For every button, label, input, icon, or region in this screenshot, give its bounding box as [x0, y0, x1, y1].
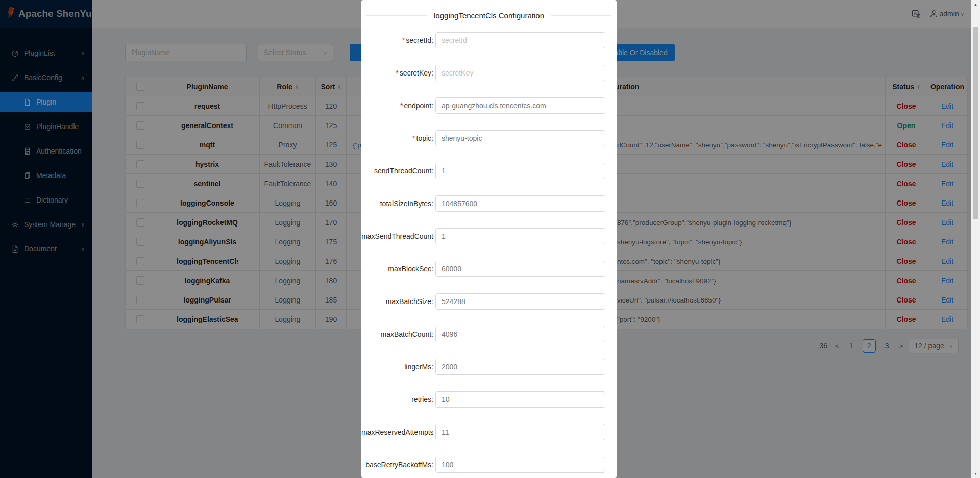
field-label: *sendThreadCount: [361, 167, 433, 175]
field-label: *maxReservedAttempts [361, 428, 433, 436]
field-label: *baseRetryBackoffMs: [361, 461, 433, 469]
form-row: *maxReservedAttempts [361, 424, 617, 440]
field-input[interactable] [435, 228, 605, 244]
field-label: *retries: [361, 395, 433, 404]
field-input[interactable] [435, 293, 605, 310]
divider-line [366, 15, 427, 16]
form-row: *retries: [361, 391, 617, 408]
field-input[interactable] [435, 457, 605, 473]
divider-line [551, 15, 611, 16]
form-row: *secretKey: [361, 65, 617, 81]
field-input[interactable] [435, 32, 605, 48]
app: Apache ShenYu PluginList ∨ BasicConfig [0, 0, 980, 478]
field-label: *topic: [361, 134, 433, 142]
form-row: *maxSendThreadCount [361, 228, 617, 244]
form-row: *secretId: [361, 32, 617, 48]
form-row: *maxBlockSec: [361, 261, 617, 277]
form-row: *totalSizeInBytes: [361, 195, 617, 212]
field-label: *lingerMs: [361, 363, 433, 371]
required-asterisk: * [396, 69, 398, 77]
form-row: *topic: [361, 130, 617, 146]
field-input[interactable] [435, 326, 605, 342]
scrollbar-thumb[interactable] [973, 27, 978, 219]
field-label: *secretKey: [361, 69, 433, 77]
form-row: *sendThreadCount: [361, 163, 617, 179]
modal-title-divider: loggingTencentCls Configuration [361, 0, 617, 20]
form-row: *endpoint: [361, 97, 617, 114]
required-asterisk: * [400, 102, 403, 110]
required-asterisk: * [412, 134, 415, 142]
form-row: *maxBatchSize: [361, 293, 617, 310]
config-form: *secretId: *secretKey: *endpoint: *topic… [361, 32, 617, 473]
field-input[interactable] [435, 65, 605, 81]
field-input[interactable] [435, 130, 605, 146]
field-label: *endpoint: [361, 102, 433, 110]
field-input[interactable] [435, 391, 605, 408]
field-input[interactable] [435, 359, 605, 375]
field-input[interactable] [435, 163, 605, 179]
field-label: *maxSendThreadCount [361, 232, 433, 240]
scroll-down-icon[interactable]: ▼ [971, 472, 980, 475]
plugin-config-modal: loggingTencentCls Configuration *secretI… [361, 0, 617, 478]
form-row: *baseRetryBackoffMs: [361, 457, 617, 473]
scroll-up-icon[interactable]: ▲ [971, 3, 980, 6]
required-asterisk: * [402, 36, 405, 44]
field-input[interactable] [435, 424, 605, 440]
field-input[interactable] [435, 261, 605, 277]
field-input[interactable] [435, 97, 605, 114]
field-label: *maxBatchCount: [361, 330, 433, 338]
modal-title: loggingTencentCls Configuration [434, 11, 544, 20]
page-scrollbar[interactable]: ▲ ▼ [971, 0, 980, 478]
form-row: *lingerMs: [361, 359, 617, 375]
field-label: *totalSizeInBytes: [361, 199, 433, 208]
form-row: *maxBatchCount: [361, 326, 617, 342]
field-input[interactable] [435, 195, 605, 212]
field-label: *maxBatchSize: [361, 297, 433, 306]
field-label: *secretId: [361, 36, 433, 44]
field-label: *maxBlockSec: [361, 265, 433, 273]
